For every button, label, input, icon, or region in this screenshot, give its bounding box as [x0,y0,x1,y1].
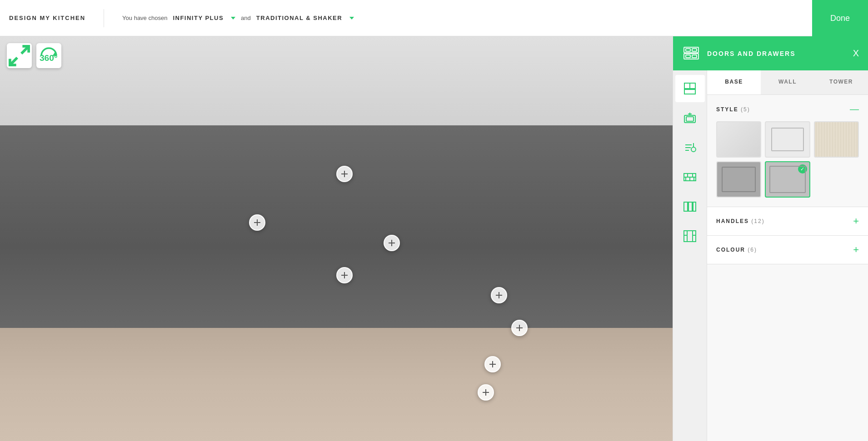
hotspot-8[interactable] [478,384,494,401]
hotspot-1[interactable] [336,166,353,182]
style-item-4[interactable] [716,161,761,198]
svg-point-19 [691,147,696,152]
handles-count: (12) [751,218,764,224]
header: DESIGN MY KITCHEN You have chosen INFINI… [0,0,868,36]
svg-rect-28 [684,202,688,211]
hotspot-7[interactable] [484,356,501,372]
colour-count: (6) [748,247,757,253]
header-separator [104,9,104,27]
handles-expand-icon: + [853,215,859,227]
rotate-button[interactable]: 360° [36,43,61,68]
tab-tower[interactable]: TOWER [814,70,868,94]
style-item-5[interactable]: ✓ [765,161,810,198]
svg-rect-6 [692,49,697,51]
kitchen-floor [0,320,673,441]
hotspot-6[interactable] [511,320,528,336]
style-count: (5) [741,106,750,113]
chevron-down-icon-2[interactable] [349,17,354,20]
right-panel: DOORS AND DRAWERS X [673,36,868,441]
colour-expand-icon: + [853,244,859,256]
style-section-header: STYLE (5) — [716,104,859,114]
panel-close-button[interactable]: X [853,48,859,59]
selected-checkmark: ✓ [798,164,807,173]
style-item-3[interactable] [814,121,859,158]
view-controls: 360° [7,43,61,68]
doors-drawers-icon [682,44,700,64]
sidebar-item-cabinet[interactable] [675,75,705,102]
chosen-value2: TRADITIONAL & SHAKER [256,15,342,21]
tab-wall[interactable]: WALL [761,70,814,94]
colour-section[interactable]: COLOUR (6) + [707,236,868,264]
and-text: and [241,15,251,21]
chosen-section: You have chosen INFINITY PLUS and TRADIT… [122,15,833,21]
main-content: 360° [0,36,868,441]
colour-title: COLOUR (6) [716,247,757,253]
panel-header: DOORS AND DRAWERS X [673,36,868,70]
svg-rect-7 [686,55,690,58]
chosen-value1: INFINITY PLUS [173,15,224,21]
svg-rect-13 [686,117,693,121]
kitchen-cabinets [0,125,673,328]
handles-title: HANDLES (12) [716,218,765,224]
panel-body: BASE WALL TOWER STYLE (5) — [673,70,868,441]
svg-rect-31 [684,231,696,242]
tabs-row: BASE WALL TOWER [707,70,868,95]
expand-button[interactable] [7,43,32,68]
svg-rect-29 [688,202,692,211]
hotspot-3[interactable] [384,235,400,251]
chevron-down-icon-1[interactable] [231,17,235,20]
svg-rect-10 [684,89,695,94]
style-item-2[interactable] [765,121,810,158]
hotspot-4[interactable] [336,267,353,283]
sidebar-item-style[interactable] [675,134,705,161]
style-title: STYLE (5) [716,106,750,113]
handles-section[interactable]: HANDLES (12) + [707,207,868,236]
sidebar-item-tiles[interactable] [675,164,705,191]
kitchen-view: 360° [0,36,673,441]
sidebar-item-layout[interactable] [675,193,705,220]
brand-label: DESIGN MY KITCHEN [9,15,85,21]
kitchen-background [0,36,673,441]
svg-rect-30 [693,202,696,211]
expand-icon [7,43,32,68]
sidebar-item-panels[interactable] [675,223,705,250]
style-toggle-button[interactable]: — [850,104,859,114]
sidebar-item-sink[interactable] [675,104,705,132]
svg-rect-8 [692,55,697,58]
style-section: STYLE (5) — ✓ [707,95,868,207]
rotate-icon: 360° [36,43,61,68]
done-button[interactable]: Done [812,0,868,36]
icon-sidebar [673,70,707,441]
panel-content: BASE WALL TOWER STYLE (5) — [707,70,868,441]
style-grid: ✓ [716,121,859,198]
hotspot-2[interactable] [249,214,265,231]
style-item-1[interactable] [716,121,761,158]
chosen-label: You have chosen [122,15,167,21]
panel-title: DOORS AND DRAWERS [707,50,853,57]
tab-base[interactable]: BASE [707,70,761,94]
svg-rect-5 [686,49,690,51]
